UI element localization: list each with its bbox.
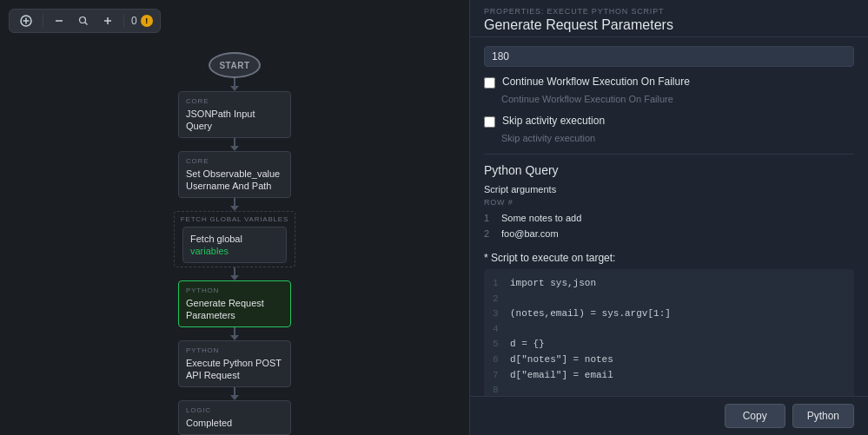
arrow-3 <box>230 275 239 280</box>
toolbar-divider <box>43 14 43 28</box>
arrow-1 <box>230 146 239 151</box>
script-args-label: Script arguments <box>484 184 854 194</box>
python-button[interactable]: Python <box>792 404 854 428</box>
svg-point-4 <box>80 17 86 23</box>
connector-4 <box>234 327 235 334</box>
connector-0 <box>234 78 235 85</box>
connector-3 <box>234 267 235 274</box>
code-line-1: 1 import sys,json <box>493 276 845 292</box>
script-target-label: * Script to execute on target: <box>484 252 854 264</box>
arrow-5 <box>230 395 239 400</box>
skip-activity-row: Skip activity execution <box>484 115 854 128</box>
python-query-title: Python Query <box>484 163 854 177</box>
code-block: 1 import sys,json 2 3 (notes,email) = sy… <box>484 269 854 396</box>
script-args-table: 1 Some notes to add 2 foo@bar.com <box>484 210 854 241</box>
code-line-7: 7 d["email"] = email <box>493 368 845 384</box>
node-set-observable[interactable]: CORE Set Observable_value Username And P… <box>178 151 291 199</box>
zoom-in-button[interactable] <box>99 14 116 28</box>
properties-footer: Copy Python <box>470 396 868 435</box>
node-execute-python[interactable]: PYTHON Execute Python POST API Request <box>178 340 291 388</box>
continue-workflow-label: Continue Workflow Execution On Failure <box>502 76 690 88</box>
script-arg-row-1: 1 Some notes to add <box>484 210 854 226</box>
connector-5 <box>234 387 235 394</box>
divider <box>484 154 854 155</box>
code-line-2: 2 <box>493 292 845 307</box>
node-completed[interactable]: LOGIC Completed <box>178 400 291 435</box>
code-line-4: 4 <box>493 322 845 338</box>
warning-count: 0 ! <box>131 15 153 27</box>
zoom-out-button[interactable] <box>50 14 68 28</box>
warning-badge: ! <box>141 15 153 27</box>
continue-workflow-checkbox[interactable] <box>484 77 495 89</box>
code-line-3: 3 (notes,email) = sys.argv[1:] <box>493 306 845 322</box>
zoom-fit-button[interactable] <box>75 14 92 28</box>
arrow-4 <box>230 335 239 340</box>
continue-workflow-row: Continue Workflow Execution On Failure <box>484 76 854 89</box>
fetch-global-group: FETCH GLOBAL VARIABLES FETCH GLOBAL VARI… <box>174 211 295 268</box>
timeout-input[interactable] <box>484 46 854 67</box>
svg-line-5 <box>85 23 88 25</box>
connector-2 <box>234 198 235 205</box>
node-fetch-global[interactable]: FETCH GLOBAL VARIABLES Fetch global vari… <box>182 227 287 264</box>
canvas-panel: 0 ! START CORE JSONPath Input Query CORE… <box>0 0 469 435</box>
workflow-area: START CORE JSONPath Input Query CORE Set… <box>0 0 469 435</box>
properties-title: Generate Request Parameters <box>484 17 854 33</box>
connector-1 <box>234 138 235 145</box>
row-header: ROW # <box>484 198 854 207</box>
properties-panel: PROPERTIES: EXECUTE PYTHON SCRIPT Genera… <box>469 0 868 435</box>
node-jsonpath[interactable]: CORE JSONPath Input Query <box>178 91 291 139</box>
properties-header: PROPERTIES: EXECUTE PYTHON SCRIPT Genera… <box>470 0 868 37</box>
canvas-toolbar: 0 ! <box>9 9 161 33</box>
node-generate-params[interactable]: PYTHON Generate Request Parameters <box>178 280 291 328</box>
skip-activity-checkbox[interactable] <box>484 116 495 128</box>
properties-body: Continue Workflow Execution On Failure C… <box>470 37 868 396</box>
continue-workflow-desc: Continue Workflow Execution On Failure <box>484 94 854 104</box>
script-arg-row-2: 2 foo@bar.com <box>484 226 854 241</box>
toolbar-divider2 <box>123 14 124 28</box>
copy-button[interactable]: Copy <box>725 404 785 428</box>
properties-subtitle: PROPERTIES: EXECUTE PYTHON SCRIPT <box>484 7 854 16</box>
arrow-0 <box>230 86 239 91</box>
arrow-2 <box>230 206 239 211</box>
start-node[interactable]: START <box>209 52 261 78</box>
code-line-5: 5 d = {} <box>493 337 845 353</box>
code-line-8: 8 <box>493 383 845 396</box>
add-node-button[interactable] <box>17 13 36 29</box>
skip-activity-label: Skip activity execution <box>502 115 605 127</box>
count-label: 0 <box>131 15 137 27</box>
code-line-6: 6 d["notes"] = notes <box>493 353 845 368</box>
skip-activity-desc: Skip activity execution <box>484 133 854 143</box>
